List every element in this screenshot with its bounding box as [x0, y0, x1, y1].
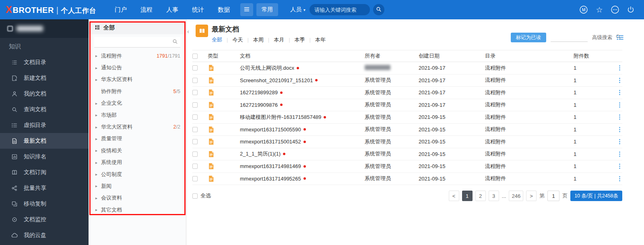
- row-menu-button[interactable]: [618, 64, 621, 72]
- sidebar-item[interactable]: 文档订阅: [0, 164, 89, 180]
- category-item[interactable]: ▸ 其它文档: [89, 204, 186, 216]
- row-checkbox[interactable]: [192, 102, 198, 108]
- document-link[interactable]: 2_1_1_简历(1)(1): [240, 150, 281, 158]
- sidebar-item[interactable]: 文档监控: [0, 212, 89, 227]
- select-all-footer-checkbox[interactable]: [192, 193, 198, 199]
- apps-menu-button[interactable]: [240, 3, 253, 16]
- page-size-info-badge[interactable]: 10 条/页 | 共2458条: [570, 191, 622, 201]
- row-checkbox[interactable]: [192, 164, 198, 169]
- row-menu-button[interactable]: [618, 162, 621, 170]
- m-badge-icon[interactable]: M: [579, 5, 588, 14]
- expand-arrow-icon[interactable]: ▸: [95, 196, 101, 200]
- row-menu-button[interactable]: [618, 126, 621, 133]
- topbar-nav-item[interactable]: 统计: [192, 6, 204, 14]
- document-link[interactable]: 移动建模图片附件-1631715857489: [240, 114, 321, 121]
- more-options-icon[interactable]: [611, 5, 619, 14]
- category-item[interactable]: ▸ 通知公告: [89, 62, 186, 73]
- expand-arrow-icon[interactable]: ▸: [95, 54, 101, 58]
- category-item[interactable]: ▸ 质量管理: [89, 133, 186, 145]
- expand-arrow-icon[interactable]: ▸: [95, 148, 101, 153]
- time-filter-tab[interactable]: 本年: [305, 36, 326, 44]
- category-search-input[interactable]: [97, 39, 172, 45]
- sidebar-item[interactable]: 新建文档: [0, 70, 89, 86]
- sidebar-item[interactable]: 批量共享: [0, 180, 89, 196]
- row-checkbox[interactable]: [192, 78, 198, 83]
- document-link[interactable]: mmexport1631714981469: [240, 163, 301, 169]
- row-menu-button[interactable]: [618, 113, 621, 121]
- category-item[interactable]: ▸ 流程附件 1791/1791: [89, 50, 186, 62]
- document-link[interactable]: mmexport1631715005590: [240, 127, 301, 133]
- table-row[interactable]: Screenshot_20210917_151201 系统管理员 2021-09…: [192, 75, 622, 87]
- table-row[interactable]: 1627219909876 系统管理员 2021-09-17 流程附件 1: [192, 99, 622, 112]
- category-item[interactable]: ▸ 市场部: [89, 109, 186, 121]
- category-item[interactable]: ▸ 会议资料: [89, 192, 186, 204]
- row-checkbox[interactable]: [192, 176, 198, 181]
- time-filter-tab[interactable]: 全部: [212, 36, 222, 44]
- row-menu-button[interactable]: [618, 175, 621, 183]
- document-link[interactable]: 公司无线上网说明.docx: [240, 64, 294, 72]
- advanced-search-link[interactable]: 高级搜索: [592, 34, 612, 41]
- select-all-control[interactable]: 全选: [192, 192, 211, 199]
- document-link[interactable]: Screenshot_20210917_151201: [240, 77, 313, 83]
- table-row[interactable]: 2_1_1_简历(1)(1) 系统管理员 2021-09-15 流程附件 1: [192, 148, 622, 161]
- topbar-nav-item[interactable]: 门户: [115, 6, 127, 14]
- global-search-button[interactable]: [373, 4, 384, 15]
- sidebar-item[interactable]: 查询文档: [0, 102, 89, 117]
- expand-arrow-icon[interactable]: ▸: [95, 184, 101, 188]
- row-checkbox[interactable]: [192, 65, 198, 71]
- table-row[interactable]: 公司无线上网说明.docx 2021-09-17 流程附件 1: [192, 62, 622, 75]
- global-search-input[interactable]: [310, 4, 370, 15]
- expand-arrow-icon[interactable]: ▸: [95, 66, 101, 70]
- category-item[interactable]: ▸ 华北大区资料 2/2: [89, 121, 186, 133]
- time-filter-tab[interactable]: 今天: [222, 36, 243, 44]
- expand-arrow-icon[interactable]: ▸: [95, 113, 101, 117]
- sidebar-item[interactable]: 我的文档: [0, 86, 89, 102]
- table-row[interactable]: mmexport1631715005590 系统管理员 2021-09-15 流…: [192, 124, 622, 136]
- select-all-checkbox[interactable]: [192, 54, 198, 59]
- expand-arrow-icon[interactable]: ▸: [95, 160, 101, 165]
- next-page-button[interactable]: >: [526, 191, 537, 201]
- category-item[interactable]: ▸ 公司制度: [89, 168, 186, 180]
- topbar-nav-item[interactable]: 人事: [166, 6, 178, 14]
- sidebar-item[interactable]: 移动复制: [0, 196, 89, 212]
- last-page-button[interactable]: 246: [509, 191, 523, 201]
- expand-arrow-icon[interactable]: ▸: [95, 77, 101, 82]
- category-item[interactable]: ▸ 华东大区资料: [89, 74, 186, 85]
- sidebar-item[interactable]: 知识排名: [0, 149, 89, 164]
- category-item[interactable]: ▸ 系统使用: [89, 157, 186, 168]
- document-link[interactable]: 1627219909876: [240, 102, 278, 108]
- favorite-star-icon[interactable]: ☆: [595, 5, 604, 14]
- row-checkbox[interactable]: [192, 90, 198, 95]
- topbar-nav-item[interactable]: 数据: [218, 6, 230, 14]
- frequently-used-button[interactable]: 常用: [256, 3, 278, 16]
- category-item[interactable]: ▸ 协作附件 5/5: [89, 85, 186, 97]
- table-row[interactable]: mmexport1631714981469 系统管理员 2021-09-15 流…: [192, 160, 622, 173]
- list-view-toggle-icon[interactable]: [617, 34, 624, 41]
- row-menu-button[interactable]: [618, 89, 621, 96]
- row-checkbox[interactable]: [192, 114, 198, 120]
- sidebar-item[interactable]: 虚拟目录: [0, 117, 89, 133]
- expand-arrow-icon[interactable]: ▸: [95, 137, 101, 141]
- search-scope-dropdown[interactable]: 人员 ▾: [290, 6, 305, 13]
- category-item[interactable]: ▸ 疫情相关: [89, 145, 186, 156]
- expand-arrow-icon[interactable]: ▸: [95, 208, 101, 212]
- category-item[interactable]: ▸ 企业文化: [89, 98, 186, 109]
- row-menu-button[interactable]: [618, 150, 621, 158]
- page-number-button[interactable]: 2: [475, 191, 486, 201]
- document-link[interactable]: mmexport1631714995265: [240, 176, 301, 182]
- category-item[interactable]: ▸ 新闻: [89, 180, 186, 192]
- search-icon[interactable]: [172, 39, 178, 46]
- mark-as-read-button[interactable]: 标记为已读: [511, 33, 547, 42]
- row-checkbox[interactable]: [192, 139, 198, 144]
- prev-page-button[interactable]: <: [449, 191, 459, 201]
- sidebar-item[interactable]: 最新文档: [0, 133, 89, 149]
- table-row[interactable]: 1627219899289 系统管理员 2021-09-17 流程附件 1: [192, 87, 622, 99]
- topbar-nav-item[interactable]: 流程: [140, 6, 153, 14]
- row-checkbox[interactable]: [192, 127, 198, 132]
- row-menu-button[interactable]: [618, 77, 621, 84]
- page-number-button[interactable]: 1: [462, 191, 473, 201]
- page-jump-input[interactable]: [547, 191, 559, 201]
- document-link[interactable]: 1627219899289: [240, 89, 278, 96]
- sidebar-item[interactable]: 我的云盘: [0, 227, 89, 243]
- expand-arrow-icon[interactable]: ▸: [95, 125, 101, 129]
